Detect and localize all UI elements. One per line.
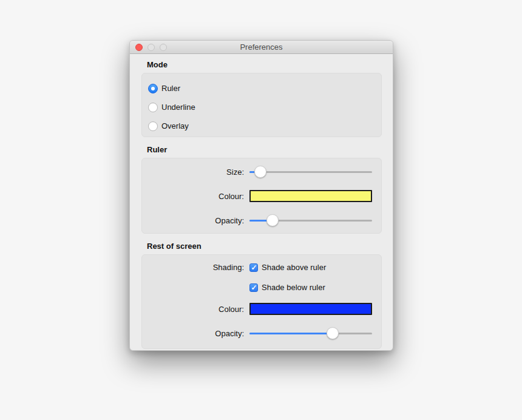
radio-option-underline[interactable]: Underline: [148, 98, 381, 117]
title-bar[interactable]: Preferences: [130, 41, 393, 54]
shade-above-option[interactable]: Shade above ruler: [249, 263, 372, 272]
ruler-colour-row: Colour:: [142, 184, 381, 208]
ruler-colour-well[interactable]: [249, 190, 372, 202]
ruler-opacity-slider[interactable]: [249, 214, 372, 226]
rest-colour-well[interactable]: [249, 303, 372, 315]
radio-button-overlay[interactable]: [148, 121, 158, 131]
minimize-button[interactable]: [147, 44, 155, 51]
radio-option-ruler[interactable]: Ruler: [148, 79, 381, 98]
section-header-mode: Mode: [147, 60, 382, 69]
shading-above-row: Shading: Shade above ruler: [142, 257, 381, 277]
shade-below-option[interactable]: Shade below ruler: [249, 283, 372, 292]
size-slider[interactable]: [249, 166, 372, 178]
rest-colour-row: Colour:: [142, 297, 381, 320]
shading-below-row: Shade below ruler: [142, 277, 381, 297]
rest-opacity-slider-knob[interactable]: [327, 327, 339, 339]
traffic-lights: [135, 44, 167, 51]
radio-label-underline: Underline: [161, 103, 195, 112]
radio-button-underline[interactable]: [148, 103, 158, 112]
shade-above-checkbox[interactable]: [249, 263, 258, 272]
rest-group: Shading: Shade above ruler Shade below r…: [141, 254, 382, 349]
zoom-button[interactable]: [160, 44, 167, 51]
size-slider-knob[interactable]: [254, 166, 266, 178]
shade-above-label: Shade above ruler: [262, 263, 326, 272]
ruler-group: Size: Colour: Opacity:: [141, 158, 382, 234]
section-header-ruler: Ruler: [147, 145, 382, 154]
rest-colour-label: Colour:: [142, 305, 244, 314]
shading-label: Shading:: [142, 263, 244, 272]
close-button[interactable]: [135, 44, 143, 51]
ruler-opacity-slider-knob[interactable]: [266, 214, 279, 226]
preferences-window: Preferences Mode Ruler Underline Overlay…: [129, 40, 393, 351]
shade-below-checkbox[interactable]: [249, 283, 258, 292]
radio-label-ruler: Ruler: [161, 84, 180, 93]
radio-label-overlay: Overlay: [161, 121, 189, 130]
radio-option-overlay[interactable]: Overlay: [148, 117, 381, 135]
rest-opacity-row: Opacity:: [142, 320, 381, 346]
rest-opacity-slider-fill: [249, 333, 333, 334]
window-title: Preferences: [130, 42, 393, 52]
section-header-rest: Rest of screen: [147, 242, 382, 251]
ruler-opacity-label: Opacity:: [142, 216, 244, 225]
window-content: Mode Ruler Underline Overlay Ruler Size:: [130, 54, 393, 349]
size-label: Size:: [142, 168, 244, 177]
ruler-opacity-row: Opacity:: [142, 208, 381, 232]
ruler-size-row: Size:: [142, 160, 381, 184]
ruler-colour-label: Colour:: [142, 192, 244, 201]
mode-group: Ruler Underline Overlay: [141, 73, 382, 137]
size-slider-track[interactable]: [249, 171, 372, 173]
shade-below-label: Shade below ruler: [262, 283, 325, 292]
radio-button-ruler[interactable]: [148, 84, 158, 93]
rest-opacity-slider[interactable]: [249, 327, 372, 339]
rest-opacity-label: Opacity:: [142, 329, 244, 338]
